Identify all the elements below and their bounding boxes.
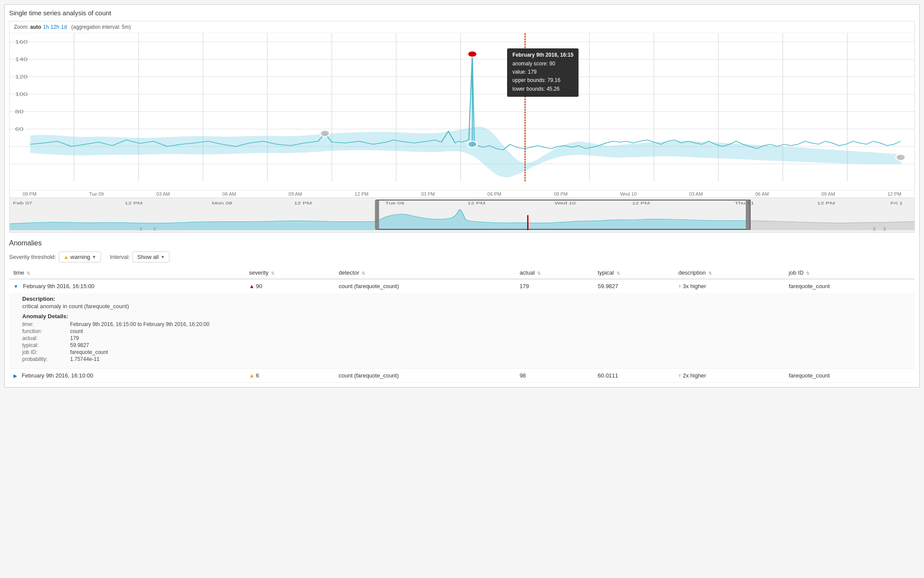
navigator-svg: Feb 07 12 PM Mon 08 12 PM Tue 09 12 PM W… xyxy=(10,198,914,232)
svg-rect-40 xyxy=(873,227,876,231)
svg-rect-41 xyxy=(883,227,886,231)
row1-job-id: farequote_count xyxy=(785,279,915,293)
svg-text:Feb 07: Feb 07 xyxy=(13,201,32,206)
detail-value-job-id: farequote_count xyxy=(70,349,910,355)
row1-severity-score: 90 xyxy=(256,283,262,289)
x-label-10: 03 AM xyxy=(689,191,703,197)
table-row: ▼ February 9th 2016, 16:15:00 ▲ 90 count… xyxy=(9,279,915,293)
row2-job-id: farequote_count xyxy=(785,369,915,383)
row2-severity-badge: ▲ 6 xyxy=(249,372,259,379)
detail-value-typical: 59.9827 xyxy=(70,342,910,348)
svg-text:140: 140 xyxy=(15,57,28,62)
svg-text:12 PM: 12 PM xyxy=(817,201,835,206)
interval-dropdown[interactable]: Show all ▼ xyxy=(132,252,169,262)
sort-icon-description: ⇅ xyxy=(708,271,712,275)
severity-label: Severity threshold: xyxy=(9,254,56,260)
zoom-1d[interactable]: 1d xyxy=(61,24,67,30)
severity-dropdown[interactable]: ▲ warning ▼ xyxy=(59,252,101,262)
sort-icon-typical: ⇅ xyxy=(616,271,620,275)
x-axis-labels: 09 PM Tue 09 03 AM 06 AM 09 AM 12 PM 03 … xyxy=(10,190,914,197)
navigator-area[interactable]: Feb 07 12 PM Mon 08 12 PM Tue 09 12 PM W… xyxy=(10,197,914,232)
svg-text:12 PM: 12 PM xyxy=(125,201,142,206)
svg-text:12 PM: 12 PM xyxy=(294,201,312,206)
svg-text:Wed 10: Wed 10 xyxy=(555,201,576,206)
page-container: Single time series analysis of count Zoo… xyxy=(4,4,920,388)
sort-icon-job-id: ⇅ xyxy=(806,271,809,275)
svg-text:100: 100 xyxy=(15,92,28,97)
svg-text:80: 80 xyxy=(15,109,24,114)
row1-expand-btn[interactable]: ▼ xyxy=(14,284,18,289)
row2-typical: 60.0111 xyxy=(593,369,674,383)
detail-key-probability: probability: xyxy=(22,356,66,362)
warning-icon: ▲ xyxy=(249,372,255,379)
x-label-5: 12 PM xyxy=(355,191,369,197)
row2-expand-btn[interactable]: ▶ xyxy=(14,373,17,378)
detail-key-actual: actual: xyxy=(22,335,66,341)
severity-control-group: Severity threshold: ▲ warning ▼ xyxy=(9,252,101,262)
row1-severity: ▲ 90 xyxy=(245,279,335,293)
detail-value-probability: 1.75744e-11 xyxy=(70,356,910,362)
warning-icon: ▲ xyxy=(64,254,69,260)
chart-toolbar: Zoom: auto 1h 12h 1d (aggregation interv… xyxy=(10,21,914,33)
table-detail-row: Description: critical anomaly in count (… xyxy=(9,293,915,369)
col-header-severity: severity ⇅ xyxy=(245,267,335,279)
svg-point-29 xyxy=(467,141,477,147)
row2-time: February 9th 2016, 16:10:00 xyxy=(22,372,93,379)
interval-control-group: Interval: Show all ▼ xyxy=(110,252,169,262)
col-header-typical: typical ⇅ xyxy=(593,267,674,279)
row1-description: ↑ 3x higher xyxy=(674,279,784,293)
sort-icon-actual: ⇅ xyxy=(537,271,541,275)
detail-value-function: count xyxy=(70,328,910,334)
x-label-0: 09 PM xyxy=(23,191,37,197)
svg-point-28 xyxy=(467,51,477,57)
row1-expand-cell: ▼ February 9th 2016, 16:15:00 xyxy=(9,279,245,293)
detail-cell: Description: critical anomaly in count (… xyxy=(9,293,915,369)
page-title: Single time series analysis of count xyxy=(9,9,915,17)
x-label-12: 09 AM xyxy=(821,191,835,197)
row2-expand-cell: ▶ February 9th 2016, 16:10:00 xyxy=(9,369,245,383)
anomaly-details-label: Anomaly Details: xyxy=(22,313,910,320)
svg-text:12 PM: 12 PM xyxy=(632,201,650,206)
anomaly-table: time ⇅ severity ⇅ detector ⇅ actual ⇅ ty… xyxy=(9,267,915,383)
description-label: Description: xyxy=(22,296,910,302)
svg-rect-38 xyxy=(140,227,142,231)
severity-arrow-icon: ▼ xyxy=(92,255,96,259)
detail-key-function: function: xyxy=(22,328,66,334)
x-label-13: 12 PM xyxy=(887,191,901,197)
sort-icon-detector: ⇅ xyxy=(362,271,365,275)
critical-icon: ▲ xyxy=(249,283,255,289)
x-label-2: 03 AM xyxy=(156,191,170,197)
detail-value-actual: 179 xyxy=(70,335,910,341)
row1-typical: 59.9827 xyxy=(593,279,674,293)
svg-text:Thu 11: Thu 11 xyxy=(735,201,754,206)
controls-bar: Severity threshold: ▲ warning ▼ Interval… xyxy=(9,252,915,262)
svg-text:Mon 08: Mon 08 xyxy=(212,201,233,206)
svg-rect-35 xyxy=(375,200,379,229)
row1-time: February 9th 2016, 16:15:00 xyxy=(23,283,95,289)
svg-point-31 xyxy=(896,154,906,160)
x-label-1: Tue 09 xyxy=(89,191,104,197)
svg-text:Tue 09: Tue 09 xyxy=(385,201,404,206)
chart-wrapper: Zoom: auto 1h 12h 1d (aggregation interv… xyxy=(9,21,915,233)
zoom-12h[interactable]: 12h xyxy=(51,24,59,30)
sort-icon-time: ⇅ xyxy=(27,271,30,275)
zoom-links: auto 1h 12h 1d xyxy=(30,24,67,30)
zoom-1h[interactable]: 1h xyxy=(43,24,49,30)
row1-actual: 179 xyxy=(515,279,593,293)
col-header-actual: actual ⇅ xyxy=(515,267,593,279)
svg-text:12 PM: 12 PM xyxy=(467,201,485,206)
col-header-time: time ⇅ xyxy=(9,267,245,279)
detail-key-time: time: xyxy=(22,321,66,327)
x-label-3: 06 AM xyxy=(223,191,236,197)
svg-point-30 xyxy=(320,130,330,136)
row1-severity-badge: ▲ 90 xyxy=(249,283,262,289)
svg-text:Fri 1: Fri 1 xyxy=(890,201,903,206)
x-label-9: Wed 10 xyxy=(620,191,637,197)
interval-arrow-icon: ▼ xyxy=(160,255,165,259)
zoom-auto[interactable]: auto xyxy=(30,24,41,30)
trend-up-icon2: ↑ xyxy=(678,372,681,379)
detail-value-time: February 9th 2016, 16:15:00 to February … xyxy=(70,321,910,327)
x-label-11: 06 AM xyxy=(755,191,769,197)
anomalies-section: Anomalies Severity threshold: ▲ warning … xyxy=(9,239,915,383)
interval-value: Show all xyxy=(137,254,159,260)
